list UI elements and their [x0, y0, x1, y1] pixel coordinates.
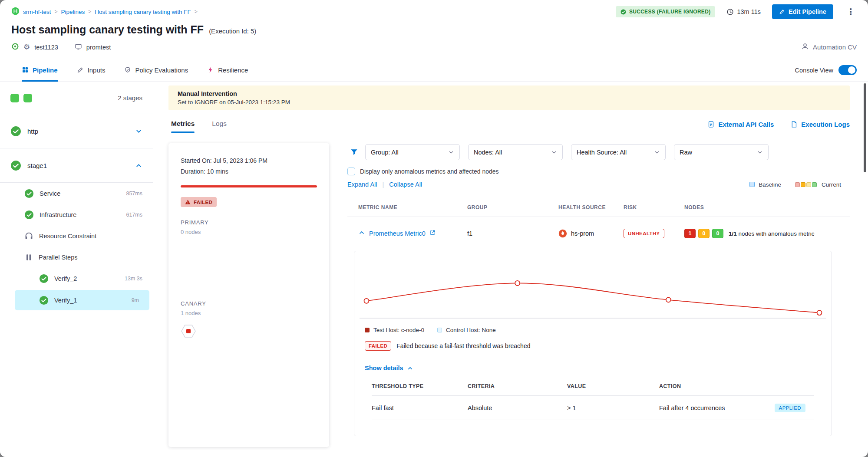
verification-status-label: FAILED [194, 200, 212, 205]
verification-summary-card: Started On: Jul 5, 2023 1:06 PM Duration… [168, 143, 329, 447]
canary-node-hexagon[interactable] [181, 324, 317, 340]
sidebar-stage-stage1[interactable]: stage1 [0, 148, 153, 183]
edit-pipeline-button[interactable]: Edit Pipeline [772, 4, 833, 19]
clock-icon [726, 8, 734, 16]
step-detail-tabs: Metrics Logs External API Calls Executio… [168, 120, 850, 133]
check-circle-icon [620, 9, 626, 15]
analysis-failed-message: Failed because a fail-fast threshold was… [396, 342, 530, 349]
headphones-icon [24, 231, 33, 240]
sidebar-step-resource-constraint[interactable]: Resource Constraint [0, 225, 153, 247]
risk-badge: UNHEALTHY [624, 229, 664, 238]
stage-status-square [10, 94, 19, 102]
tab-resilience[interactable]: Resilience [207, 59, 248, 82]
external-api-calls-link[interactable]: External API Calls [707, 121, 774, 128]
nodes-ratio-text: nodes with anomalous metric [739, 230, 815, 237]
banner-title: Manual Intervention [178, 90, 841, 97]
breadcrumb-project-link[interactable]: srm-hf-test [23, 9, 51, 15]
page-header: srm-hf-test > Pipelines > Host sampling … [0, 0, 868, 59]
anomalous-only-checkbox[interactable] [347, 168, 355, 175]
col-metric-name: METRIC NAME [358, 204, 467, 210]
anomalous-node-count-badge: 1 [684, 229, 696, 238]
service-name: test1123 [34, 44, 58, 51]
metric-detail-card: Test Host: c-node-0 Control Host: None F… [354, 251, 832, 436]
chevron-down-icon [757, 149, 763, 155]
chevron-down-icon[interactable] [135, 128, 142, 135]
external-link-icon[interactable] [429, 230, 436, 237]
execution-stage-sidebar: 2 stages http stage1 Service 857ms [0, 82, 153, 457]
tab-policy-evaluations[interactable]: Policy Evaluations [124, 59, 188, 82]
collapse-metric-chevron-icon[interactable] [358, 229, 365, 238]
nodes-filter-dropdown[interactable]: Nodes: All [468, 144, 563, 160]
console-view-toggle[interactable] [838, 65, 857, 75]
user-icon [801, 43, 809, 52]
sidebar-step-verify-2[interactable]: Verify_2 13m 3s [0, 268, 153, 289]
execution-logs-link[interactable]: Execution Logs [790, 121, 850, 128]
tab-policy-evaluations-label: Policy Evaluations [135, 66, 188, 74]
page-title: Host sampling canary testing with FF [11, 23, 204, 36]
sidebar-stage-http[interactable]: http [0, 114, 153, 148]
chevron-down-icon [551, 149, 557, 155]
show-details-label: Show details [365, 365, 403, 372]
success-check-icon [39, 296, 49, 305]
test-host-legend-swatch [365, 328, 370, 332]
threshold-table: THRESHOLD TYPE CRITERIA VALUE ACTION Fai… [372, 383, 814, 420]
vertical-scrollbar[interactable] [864, 83, 866, 172]
stage-status-square [23, 94, 32, 102]
chevron-up-icon[interactable] [135, 162, 142, 169]
harness-logo-icon [11, 7, 20, 16]
current-legend-label: Current [822, 181, 841, 188]
collapse-all-link[interactable]: Collapse All [389, 181, 422, 188]
sidebar-step-verify-1[interactable]: Verify_1 9m [15, 290, 149, 310]
resilience-icon [207, 66, 214, 73]
step-duration: 857ms [126, 191, 142, 197]
expand-all-link[interactable]: Expand All [347, 181, 377, 188]
duration: Duration: 10 mins [181, 168, 317, 175]
log-document-icon [790, 121, 798, 128]
tab-metrics[interactable]: Metrics [171, 120, 195, 133]
metrics-table-header: METRIC NAME GROUP HEALTH SOURCE RISK NOD… [347, 204, 850, 210]
inputs-icon [77, 66, 84, 73]
sidebar-step-parallel-steps[interactable]: Parallel Steps [0, 247, 153, 268]
tab-logs[interactable]: Logs [212, 120, 227, 133]
step-name: Parallel Steps [39, 254, 77, 261]
metric-group: f1 [467, 230, 558, 237]
current-legend-swatch-green [812, 182, 817, 187]
tab-pipeline-label: Pipeline [33, 66, 58, 74]
analysis-failed-badge: FAILED [365, 341, 391, 351]
chevron-up-icon [407, 365, 413, 372]
threshold-type-value: Fail fast [372, 404, 468, 411]
metric-name-link[interactable]: Prometheus Metric0 [369, 230, 426, 237]
sidebar-step-infrastructure[interactable]: Infrastructure 617ms [0, 204, 153, 225]
pipeline-icon [22, 66, 29, 73]
health-source-filter-dropdown[interactable]: Health Source: All [571, 144, 666, 160]
group-filter-value: Group: All [371, 149, 399, 156]
view-mode-value: Raw [680, 149, 692, 156]
api-document-icon [707, 121, 715, 128]
sidebar-step-service[interactable]: Service 857ms [0, 183, 153, 204]
started-on: Started On: Jul 5, 2023 1:06 PM [181, 157, 317, 164]
primary-label: PRIMARY [181, 219, 317, 226]
success-check-icon [10, 160, 21, 171]
step-name: Infrastructure [40, 211, 76, 218]
prometheus-health-source-icon [558, 229, 567, 238]
current-legend-swatch-red [795, 182, 800, 187]
banner-message: Set to IGNORE on 05-Jul-2023 1:15:23 PM [178, 99, 841, 105]
applied-badge: APPLIED [775, 404, 805, 412]
tab-inputs[interactable]: Inputs [77, 59, 106, 82]
tab-inputs-label: Inputs [88, 66, 106, 74]
breadcrumb-current-pipeline-link[interactable]: Host sampling canary testing with FF [95, 9, 191, 15]
control-host-legend-swatch [437, 328, 442, 332]
filter-funnel-icon[interactable] [350, 148, 358, 156]
stage-count: 2 stages [118, 94, 142, 102]
stage-name: http [27, 128, 38, 135]
baseline-legend-label: Baseline [759, 181, 781, 188]
show-details-link[interactable]: Show details [365, 365, 413, 372]
tab-pipeline[interactable]: Pipeline [22, 59, 58, 82]
breadcrumb-pipelines-link[interactable]: Pipelines [61, 9, 85, 15]
group-filter-dropdown[interactable]: Group: All [365, 144, 460, 160]
control-host-legend-label: Control Host: None [446, 327, 496, 333]
more-options-menu[interactable]: ⋮ [845, 7, 857, 17]
view-mode-dropdown[interactable]: Raw [674, 144, 769, 160]
step-duration: 617ms [126, 212, 142, 218]
metric-timeseries-chart[interactable] [360, 258, 826, 323]
